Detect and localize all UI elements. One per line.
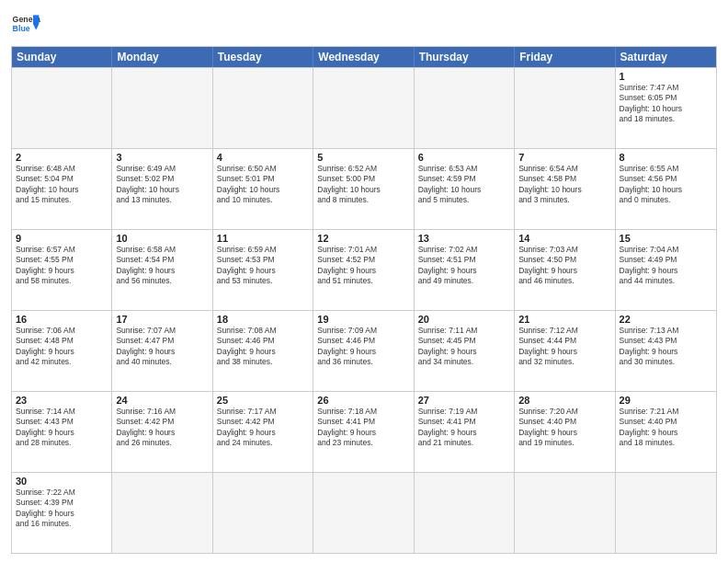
calendar-row-5: 23Sunrise: 7:14 AM Sunset: 4:43 PM Dayli… [12, 391, 716, 472]
day-info: Sunrise: 6:53 AM Sunset: 4:59 PM Dayligh… [418, 164, 510, 206]
empty-cell [112, 68, 212, 148]
day-cell-9: 9Sunrise: 6:57 AM Sunset: 4:55 PM Daylig… [12, 230, 112, 310]
calendar-row-6: 30Sunrise: 7:22 AM Sunset: 4:39 PM Dayli… [12, 472, 716, 553]
day-cell-27: 27Sunrise: 7:19 AM Sunset: 4:41 PM Dayli… [415, 392, 515, 472]
day-cell-24: 24Sunrise: 7:16 AM Sunset: 4:42 PM Dayli… [112, 392, 212, 472]
page: General Blue SundayMondayTuesdayWednesda… [0, 0, 728, 563]
day-cell-29: 29Sunrise: 7:21 AM Sunset: 4:40 PM Dayli… [616, 392, 716, 472]
day-number: 13 [418, 233, 510, 244]
day-number: 2 [16, 152, 108, 163]
day-header-monday: Monday [112, 47, 212, 67]
day-info: Sunrise: 6:59 AM Sunset: 4:53 PM Dayligh… [217, 245, 309, 287]
day-info: Sunrise: 7:11 AM Sunset: 4:45 PM Dayligh… [418, 326, 510, 368]
day-cell-10: 10Sunrise: 6:58 AM Sunset: 4:54 PM Dayli… [112, 230, 212, 310]
day-info: Sunrise: 6:55 AM Sunset: 4:56 PM Dayligh… [620, 164, 712, 206]
day-cell-13: 13Sunrise: 7:02 AM Sunset: 4:51 PM Dayli… [415, 230, 515, 310]
day-number: 29 [620, 395, 712, 406]
day-cell-8: 8Sunrise: 6:55 AM Sunset: 4:56 PM Daylig… [616, 149, 716, 229]
empty-cell [515, 473, 615, 553]
day-number: 21 [518, 314, 610, 325]
svg-marker-3 [33, 24, 39, 29]
day-cell-11: 11Sunrise: 6:59 AM Sunset: 4:53 PM Dayli… [213, 230, 313, 310]
day-header-saturday: Saturday [616, 47, 716, 67]
empty-cell [112, 473, 212, 553]
day-number: 20 [418, 314, 510, 325]
day-info: Sunrise: 7:02 AM Sunset: 4:51 PM Dayligh… [418, 245, 510, 287]
day-info: Sunrise: 6:54 AM Sunset: 4:58 PM Dayligh… [518, 164, 610, 206]
calendar: SundayMondayTuesdayWednesdayThursdayFrid… [11, 46, 717, 554]
day-info: Sunrise: 7:14 AM Sunset: 4:43 PM Dayligh… [16, 407, 108, 449]
empty-cell [313, 68, 414, 148]
day-info: Sunrise: 7:08 AM Sunset: 4:46 PM Dayligh… [217, 326, 309, 368]
day-info: Sunrise: 7:13 AM Sunset: 4:43 PM Dayligh… [620, 326, 712, 368]
day-header-wednesday: Wednesday [313, 47, 414, 67]
day-cell-16: 16Sunrise: 7:06 AM Sunset: 4:48 PM Dayli… [12, 311, 112, 391]
calendar-row-1: 1Sunrise: 7:47 AM Sunset: 6:05 PM Daylig… [12, 67, 716, 148]
day-info: Sunrise: 7:12 AM Sunset: 4:44 PM Dayligh… [518, 326, 610, 368]
logo: General Blue [11, 9, 40, 39]
day-cell-7: 7Sunrise: 6:54 AM Sunset: 4:58 PM Daylig… [515, 149, 615, 229]
day-cell-6: 6Sunrise: 6:53 AM Sunset: 4:59 PM Daylig… [415, 149, 515, 229]
empty-cell [213, 68, 313, 148]
day-info: Sunrise: 6:57 AM Sunset: 4:55 PM Dayligh… [16, 245, 108, 287]
day-number: 3 [116, 152, 208, 163]
day-number: 6 [418, 152, 510, 163]
day-cell-14: 14Sunrise: 7:03 AM Sunset: 4:50 PM Dayli… [515, 230, 615, 310]
calendar-row-2: 2Sunrise: 6:48 AM Sunset: 5:04 PM Daylig… [12, 148, 716, 229]
day-cell-20: 20Sunrise: 7:11 AM Sunset: 4:45 PM Dayli… [415, 311, 515, 391]
day-cell-30: 30Sunrise: 7:22 AM Sunset: 4:39 PM Dayli… [12, 473, 112, 553]
day-number: 17 [116, 314, 208, 325]
day-cell-3: 3Sunrise: 6:49 AM Sunset: 5:02 PM Daylig… [112, 149, 212, 229]
empty-cell [213, 473, 313, 553]
day-number: 28 [518, 395, 610, 406]
day-info: Sunrise: 7:47 AM Sunset: 6:05 PM Dayligh… [620, 83, 712, 125]
generalblue-logo-icon: General Blue [11, 9, 40, 39]
day-cell-5: 5Sunrise: 6:52 AM Sunset: 5:00 PM Daylig… [313, 149, 414, 229]
day-number: 9 [16, 233, 108, 244]
day-info: Sunrise: 7:01 AM Sunset: 4:52 PM Dayligh… [317, 245, 409, 287]
day-info: Sunrise: 7:18 AM Sunset: 4:41 PM Dayligh… [317, 407, 409, 449]
svg-text:Blue: Blue [13, 24, 30, 33]
day-cell-2: 2Sunrise: 6:48 AM Sunset: 5:04 PM Daylig… [12, 149, 112, 229]
calendar-header: SundayMondayTuesdayWednesdayThursdayFrid… [12, 47, 716, 67]
empty-cell [415, 473, 515, 553]
day-info: Sunrise: 7:04 AM Sunset: 4:49 PM Dayligh… [620, 245, 712, 287]
day-info: Sunrise: 7:20 AM Sunset: 4:40 PM Dayligh… [518, 407, 610, 449]
header: General Blue [11, 9, 717, 39]
day-number: 14 [518, 233, 610, 244]
day-number: 19 [317, 314, 409, 325]
day-header-friday: Friday [515, 47, 615, 67]
day-header-tuesday: Tuesday [213, 47, 313, 67]
day-info: Sunrise: 7:09 AM Sunset: 4:46 PM Dayligh… [317, 326, 409, 368]
day-cell-25: 25Sunrise: 7:17 AM Sunset: 4:42 PM Dayli… [213, 392, 313, 472]
calendar-row-3: 9Sunrise: 6:57 AM Sunset: 4:55 PM Daylig… [12, 229, 716, 310]
day-number: 5 [317, 152, 409, 163]
empty-cell [616, 473, 716, 553]
calendar-body: 1Sunrise: 7:47 AM Sunset: 6:05 PM Daylig… [12, 67, 716, 553]
day-info: Sunrise: 7:17 AM Sunset: 4:42 PM Dayligh… [217, 407, 309, 449]
day-info: Sunrise: 7:03 AM Sunset: 4:50 PM Dayligh… [518, 245, 610, 287]
day-number: 23 [16, 395, 108, 406]
day-cell-22: 22Sunrise: 7:13 AM Sunset: 4:43 PM Dayli… [616, 311, 716, 391]
day-cell-15: 15Sunrise: 7:04 AM Sunset: 4:49 PM Dayli… [616, 230, 716, 310]
day-info: Sunrise: 7:06 AM Sunset: 4:48 PM Dayligh… [16, 326, 108, 368]
day-number: 30 [16, 476, 108, 487]
day-cell-23: 23Sunrise: 7:14 AM Sunset: 4:43 PM Dayli… [12, 392, 112, 472]
day-info: Sunrise: 6:50 AM Sunset: 5:01 PM Dayligh… [217, 164, 309, 206]
day-info: Sunrise: 7:19 AM Sunset: 4:41 PM Dayligh… [418, 407, 510, 449]
day-info: Sunrise: 6:49 AM Sunset: 5:02 PM Dayligh… [116, 164, 208, 206]
day-number: 10 [116, 233, 208, 244]
day-number: 12 [317, 233, 409, 244]
day-info: Sunrise: 7:21 AM Sunset: 4:40 PM Dayligh… [620, 407, 712, 449]
svg-marker-2 [33, 15, 39, 24]
day-number: 26 [317, 395, 409, 406]
day-number: 27 [418, 395, 510, 406]
day-info: Sunrise: 6:48 AM Sunset: 5:04 PM Dayligh… [16, 164, 108, 206]
day-cell-18: 18Sunrise: 7:08 AM Sunset: 4:46 PM Dayli… [213, 311, 313, 391]
day-cell-21: 21Sunrise: 7:12 AM Sunset: 4:44 PM Dayli… [515, 311, 615, 391]
day-cell-19: 19Sunrise: 7:09 AM Sunset: 4:46 PM Dayli… [313, 311, 414, 391]
empty-cell [12, 68, 112, 148]
day-number: 7 [518, 152, 610, 163]
day-info: Sunrise: 7:07 AM Sunset: 4:47 PM Dayligh… [116, 326, 208, 368]
day-number: 8 [620, 152, 712, 163]
